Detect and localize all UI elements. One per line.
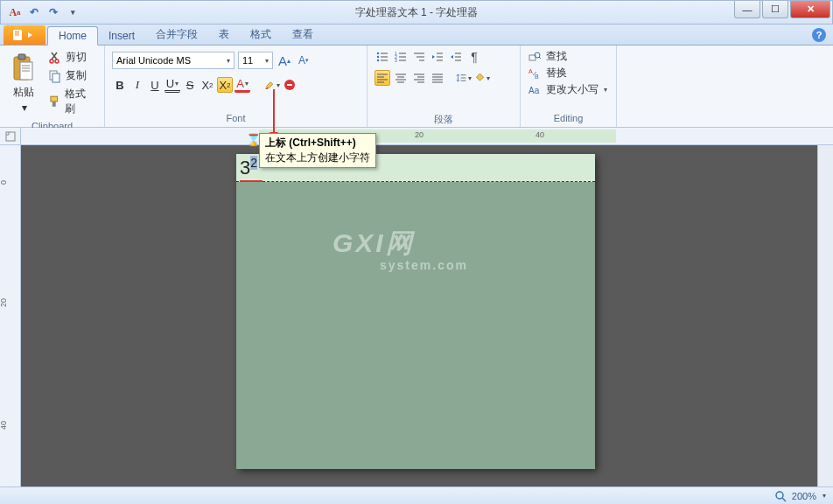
ruler-tick: 20 xyxy=(0,298,8,307)
subscript-button[interactable]: X2 xyxy=(200,77,215,93)
bold-button[interactable]: B xyxy=(112,77,128,93)
svg-rect-13 xyxy=(52,74,60,82)
workspace: 0 20 40 32 GXI网 system.com xyxy=(0,145,833,486)
undo-icon[interactable]: ↶ xyxy=(27,5,41,19)
underline-button[interactable]: U xyxy=(147,77,163,93)
shading-button[interactable]: ▾ xyxy=(474,70,490,86)
font-name-select[interactable]: Arial Unicode MS▾ xyxy=(112,52,234,69)
tab-view[interactable]: 查看 xyxy=(282,24,324,45)
superscript-button[interactable]: X2 xyxy=(217,77,233,93)
tooltip-title: 上标 (Ctrl+Shift++) xyxy=(265,136,370,150)
align-right-button[interactable] xyxy=(411,70,427,86)
highlight-button[interactable]: ▾ xyxy=(264,77,280,93)
increase-indent-button[interactable] xyxy=(448,49,464,65)
font-color-button[interactable]: A▾ xyxy=(234,77,250,93)
font-group-label: Font xyxy=(105,113,367,127)
svg-rect-5 xyxy=(18,54,25,60)
close-button[interactable]: ✕ xyxy=(790,1,830,18)
vertical-ruler[interactable]: 0 20 40 xyxy=(0,145,21,486)
svg-rect-63 xyxy=(6,132,15,141)
shrink-font-button[interactable]: A▾ xyxy=(296,52,312,68)
document-canvas[interactable]: 32 GXI网 system.com xyxy=(21,145,817,486)
selected-superscript: 2 xyxy=(250,156,257,170)
font-size-select[interactable]: 11▾ xyxy=(238,52,273,69)
spellcheck-underline xyxy=(240,180,262,182)
chevron-down-icon: ▾ xyxy=(227,57,230,65)
format-painter-button[interactable]: 格式刷 xyxy=(46,86,97,117)
window-controls: — ☐ ✕ xyxy=(734,1,832,18)
ruler-tick: 20 xyxy=(415,130,424,139)
group-clipboard: 粘贴 ▾ 剪切 复制 格式刷 Clipboard xyxy=(0,46,105,127)
font-size-value: 11 xyxy=(242,55,253,66)
title-bar: Aa ↶ ↷ ▾ 字处理器文本 1 - 字处理器 — ☐ ✕ xyxy=(0,0,833,24)
copy-label: 复制 xyxy=(66,68,87,83)
change-case-button[interactable]: Aa 更改大小写▾ xyxy=(528,82,609,97)
copy-button[interactable]: 复制 xyxy=(46,67,97,84)
svg-text:3: 3 xyxy=(395,58,397,63)
italic-button[interactable]: I xyxy=(130,77,145,93)
vertical-scrollbar[interactable] xyxy=(817,145,833,486)
group-editing: 查找 AB 替换 Aa 更改大小写▾ Editing xyxy=(521,46,617,127)
multilevel-list-button[interactable] xyxy=(411,49,427,65)
line-spacing-button[interactable]: ▾ xyxy=(456,70,472,86)
ruler-tick: 40 xyxy=(536,130,544,139)
svg-text:A: A xyxy=(528,68,533,74)
ribbon: 粘贴 ▾ 剪切 复制 格式刷 Clipboard xyxy=(0,46,833,128)
status-bar: 200% ▾ xyxy=(0,486,833,504)
minimize-button[interactable]: — xyxy=(734,1,760,18)
svg-point-10 xyxy=(50,60,53,63)
svg-point-19 xyxy=(377,56,379,58)
strikethrough-button[interactable]: S xyxy=(182,77,198,93)
maximize-button[interactable]: ☐ xyxy=(762,1,788,18)
align-left-button[interactable] xyxy=(374,70,390,86)
tab-insert[interactable]: Insert xyxy=(98,27,145,45)
redo-icon[interactable]: ↷ xyxy=(46,5,60,19)
annotation-arrow xyxy=(273,89,275,138)
paste-label: 粘贴 xyxy=(13,85,34,100)
tab-table[interactable]: 表 xyxy=(208,24,240,45)
grow-font-button[interactable]: A▴ xyxy=(276,52,292,68)
decrease-indent-button[interactable] xyxy=(430,49,445,65)
qat-dropdown-icon[interactable]: ▾ xyxy=(66,5,80,19)
zoom-value[interactable]: 200% xyxy=(792,491,816,501)
bullets-button[interactable] xyxy=(374,49,390,65)
font-name-value: Arial Unicode MS xyxy=(116,55,191,66)
show-marks-button[interactable]: ¶ xyxy=(466,49,482,65)
editing-group-label: Editing xyxy=(521,113,616,127)
zoom-icon[interactable] xyxy=(774,490,787,502)
svg-point-66 xyxy=(776,492,783,499)
cut-button[interactable]: 剪切 xyxy=(46,49,97,66)
ribbon-tabs: Home Insert 合并字段 表 格式 查看 ? xyxy=(0,24,833,46)
paste-dropdown-icon: ▾ xyxy=(22,102,27,114)
tab-home[interactable]: Home xyxy=(47,26,98,46)
svg-point-17 xyxy=(377,52,379,54)
svg-point-21 xyxy=(377,60,379,61)
horizontal-ruler-strip: 20 40 xyxy=(0,128,833,145)
align-center-button[interactable] xyxy=(393,70,409,86)
svg-text:Aa: Aa xyxy=(528,86,540,95)
zoom-dropdown-icon[interactable]: ▾ xyxy=(822,492,826,500)
numbering-button[interactable]: 123 xyxy=(393,49,409,65)
group-font: Arial Unicode MS▾ 11▾ A▴ A▾ B I U U▾ S X… xyxy=(105,46,368,127)
tab-merge-fields[interactable]: 合并字段 xyxy=(145,24,208,45)
svg-rect-14 xyxy=(51,96,58,102)
replace-label: 替换 xyxy=(546,66,567,80)
horizontal-ruler[interactable]: 20 40 xyxy=(21,128,833,144)
tab-format[interactable]: 格式 xyxy=(240,24,282,45)
justify-button[interactable] xyxy=(430,70,445,86)
app-icon[interactable]: Aa xyxy=(8,5,22,19)
replace-button[interactable]: AB 替换 xyxy=(528,66,609,80)
document-page[interactable]: 32 GXI网 system.com xyxy=(236,154,595,469)
file-menu-button[interactable] xyxy=(4,25,46,45)
find-label: 查找 xyxy=(546,49,567,64)
clear-format-button[interactable] xyxy=(282,77,298,93)
paste-button[interactable]: 粘贴 ▾ xyxy=(7,49,41,117)
format-painter-label: 格式刷 xyxy=(65,87,95,116)
help-icon[interactable]: ? xyxy=(812,28,826,42)
tooltip-description: 在文本上方创建小字符 xyxy=(265,150,370,165)
watermark: GXI网 system.com xyxy=(332,226,468,272)
paragraph-group-label: 段落 xyxy=(368,113,520,127)
double-underline-button[interactable]: U▾ xyxy=(164,77,180,93)
find-button[interactable]: 查找 xyxy=(528,49,609,64)
chevron-down-icon: ▾ xyxy=(265,57,269,65)
